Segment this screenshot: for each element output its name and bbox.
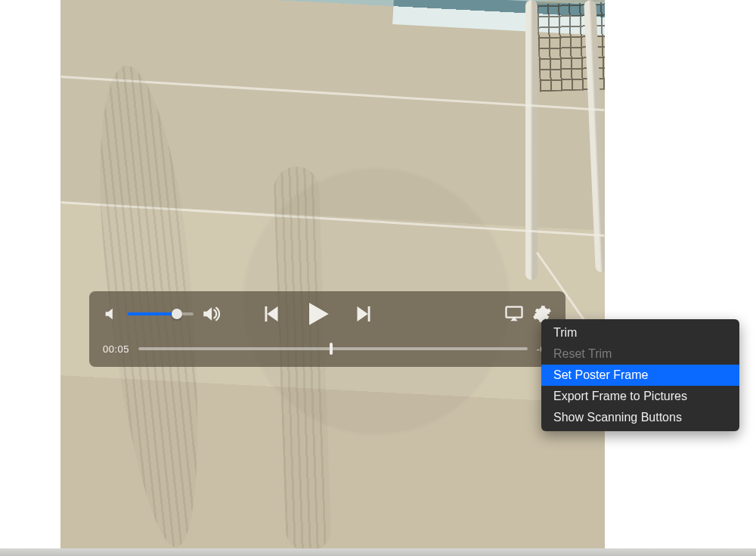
menu-item-export-frame[interactable]: Export Frame to Pictures xyxy=(541,386,739,407)
video-frame xyxy=(60,0,605,548)
svg-rect-0 xyxy=(507,307,522,318)
menu-item-show-scanning-buttons[interactable]: Show Scanning Buttons xyxy=(541,407,739,428)
bottom-divider xyxy=(0,548,756,556)
timeline-scrubber[interactable] xyxy=(138,347,528,350)
volume-control xyxy=(103,304,221,324)
timeline-scrubber-knob[interactable] xyxy=(330,343,333,355)
volume-slider-knob[interactable] xyxy=(172,309,182,319)
volume-slider-fill xyxy=(127,312,177,315)
airplay-button[interactable] xyxy=(503,303,525,325)
volume-high-icon[interactable] xyxy=(201,304,221,324)
player-controls-bar: 00:05 -00 xyxy=(89,291,565,367)
menu-item-trim[interactable]: Trim xyxy=(541,322,739,343)
step-forward-button[interactable] xyxy=(351,301,376,327)
pole-decoration xyxy=(525,0,538,280)
play-button[interactable] xyxy=(301,297,334,331)
step-back-button[interactable] xyxy=(259,301,284,327)
menu-item-reset-trim: Reset Trim xyxy=(541,343,739,365)
time-current: 00:05 xyxy=(103,343,129,355)
volume-slider[interactable] xyxy=(127,312,194,315)
menu-item-set-poster-frame[interactable]: Set Poster Frame xyxy=(541,365,739,386)
volume-low-icon[interactable] xyxy=(103,306,119,322)
settings-menu: Trim Reset Trim Set Poster Frame Export … xyxy=(541,319,739,431)
